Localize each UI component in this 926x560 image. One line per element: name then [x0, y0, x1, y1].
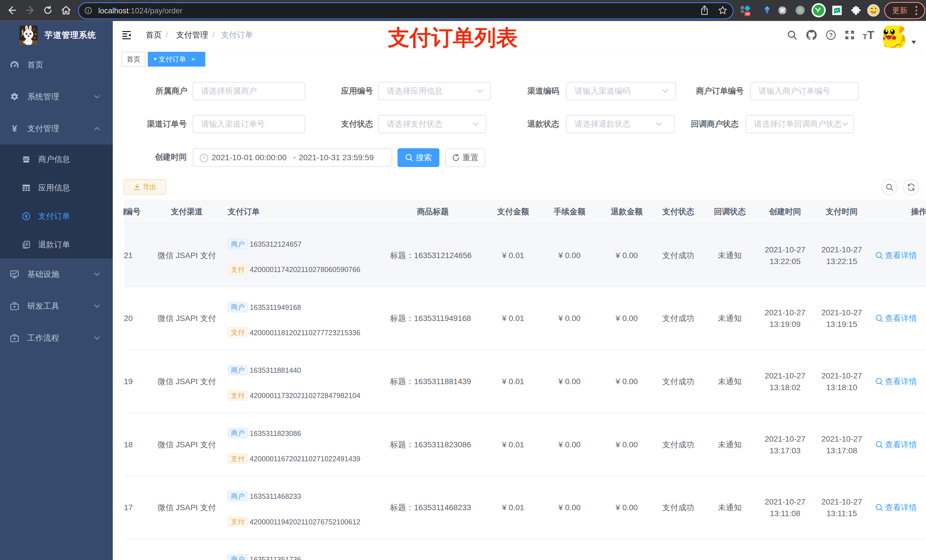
svg-text:10: 10 [745, 12, 749, 16]
svg-text:¥: ¥ [25, 213, 28, 219]
svg-text:?: ? [829, 32, 833, 38]
